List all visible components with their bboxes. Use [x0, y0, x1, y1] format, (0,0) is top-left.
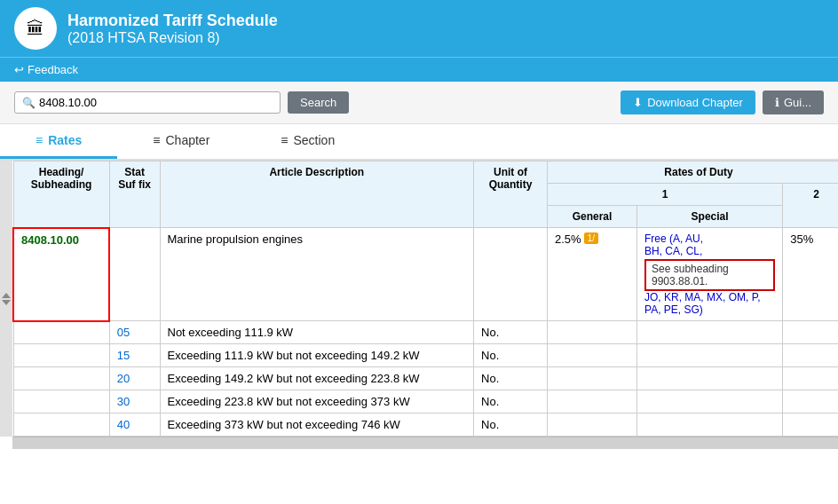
feedback-link[interactable]: ↩ Feedback: [14, 63, 78, 76]
guide-button[interactable]: ℹ Gui...: [763, 91, 824, 114]
col-1-header: 1: [548, 184, 783, 206]
special-cell: [637, 321, 783, 344]
title-line2: (2018 HTSA Revision 8): [67, 30, 278, 46]
logo: 🏛: [14, 7, 57, 50]
special-free: Free (A, AU,: [644, 232, 775, 245]
heading-cell: [13, 367, 109, 390]
stat-cell: 40: [109, 413, 160, 437]
col2-cell: [783, 321, 838, 344]
tab-section[interactable]: ≡ Section: [245, 124, 370, 159]
special-cell: Free (A, AU, BH, CA, CL, See subheading …: [637, 228, 783, 321]
col2-cell: [783, 344, 838, 367]
download-chapter-button[interactable]: ⬇ Download Chapter: [621, 91, 755, 114]
desc-cell: Exceeding 223.8 kW but not exceeding 373…: [160, 390, 474, 413]
unit-cell: No.: [474, 390, 548, 413]
search-button[interactable]: Search: [288, 91, 349, 114]
tab-section-icon: ≡: [281, 133, 288, 147]
stat-cell: 20: [109, 367, 160, 390]
general-value: 2.5%: [555, 232, 581, 246]
general-cell: [548, 321, 637, 344]
desc-cell: Exceeding 149.2 kW but not exceeding 223…: [160, 367, 474, 390]
col2-cell: [783, 367, 838, 390]
search-icon: 🔍: [22, 97, 36, 109]
tab-rates-label: Rates: [48, 133, 82, 147]
stat-cell: [109, 228, 160, 321]
heading-value: 8408.10.00: [21, 233, 79, 247]
special-more: JO, KR, MA, MX, OM, P, PA, PE, SG): [644, 291, 775, 316]
col-unit-header: Unit of Quantity: [474, 161, 548, 228]
search-left: 🔍 Search: [14, 91, 349, 114]
heading-cell: [13, 390, 109, 413]
special-cell: [637, 367, 783, 390]
stat-link[interactable]: 30: [117, 395, 130, 408]
title-line1: Harmonized Tariff Schedule: [67, 12, 278, 30]
heading-cell: [13, 413, 109, 437]
tab-section-label: Section: [293, 133, 335, 147]
col-special-header: Special: [637, 206, 783, 228]
general-cell: 2.5% 1/: [548, 228, 637, 321]
desc-text: Marine propulsion engines: [168, 232, 303, 246]
download-label: Download Chapter: [647, 96, 743, 109]
scroll-up-arrow: [2, 293, 11, 298]
col-rates-header: Rates of Duty: [548, 161, 839, 184]
horizontal-scrollbar[interactable]: [12, 437, 838, 449]
special-cell: [637, 390, 783, 413]
table-row: 8408.10.00 Marine propulsion engines 2.5…: [13, 228, 838, 321]
special-cell: [637, 344, 783, 367]
stat-link[interactable]: 20: [117, 372, 130, 385]
general-cell: [548, 367, 637, 390]
scroll-down-arrow: [2, 300, 11, 305]
desc-cell: Marine propulsion engines: [160, 228, 474, 321]
tariff-table: Heading/ Subheading Stat Suf fix Article…: [12, 161, 838, 437]
search-input-wrapper: 🔍: [14, 91, 281, 114]
col2-cell: 35%: [783, 228, 838, 321]
col-heading-header: Heading/ Subheading: [13, 161, 109, 228]
unit-cell: No.: [474, 413, 548, 437]
unit-cell: No.: [474, 367, 548, 390]
col-desc-header: Article Description: [160, 161, 474, 228]
unit-cell: No.: [474, 321, 548, 344]
tab-chapter[interactable]: ≡ Chapter: [117, 124, 245, 159]
app-header: 🏛 Harmonized Tariff Schedule (2018 HTSA …: [0, 0, 838, 57]
feedback-icon: ↩: [14, 63, 24, 76]
col-stat-header: Stat Suf fix: [109, 161, 160, 228]
stat-cell: 05: [109, 321, 160, 344]
search-input[interactable]: [39, 96, 273, 109]
feedback-bar: ↩ Feedback: [0, 57, 838, 82]
unit-cell: No.: [474, 344, 548, 367]
col-general-header: General: [548, 206, 637, 228]
desc-cell: Exceeding 111.9 kW but not exceeding 149…: [160, 344, 474, 367]
header-title: Harmonized Tariff Schedule (2018 HTSA Re…: [67, 12, 278, 46]
table-row: 05 Not exceeding 111.9 kW No.: [13, 321, 838, 344]
feedback-label: Feedback: [28, 63, 78, 76]
general-cell: [548, 344, 637, 367]
stat-link[interactable]: 40: [117, 418, 130, 431]
stat-cell: 30: [109, 390, 160, 413]
table-row: 40 Exceeding 373 kW but not exceeding 74…: [13, 413, 838, 437]
tab-chapter-label: Chapter: [165, 133, 210, 147]
tab-rates[interactable]: ≡ Rates: [0, 124, 117, 159]
special-content: Free (A, AU, BH, CA, CL, See subheading …: [644, 232, 775, 316]
col2-cell: [783, 390, 838, 413]
tab-bar: ≡ Rates ≡ Chapter ≡ Section: [0, 124, 838, 161]
stat-link[interactable]: 05: [117, 326, 130, 339]
special-countries: BH, CA, CL,: [644, 245, 775, 257]
table-wrapper: Heading/ Subheading Stat Suf fix Article…: [0, 161, 838, 437]
scroll-indicator: [0, 161, 12, 437]
special-cell: [637, 413, 783, 437]
heading-cell: [13, 344, 109, 367]
col-2-header: 2: [783, 184, 838, 228]
stat-cell: 15: [109, 344, 160, 367]
stat-link[interactable]: 15: [117, 349, 130, 362]
desc-cell: Exceeding 373 kW but not exceeding 746 k…: [160, 413, 474, 437]
desc-cell: Not exceeding 111.9 kW: [160, 321, 474, 344]
tab-chapter-icon: ≡: [153, 133, 160, 147]
table-row: 20 Exceeding 149.2 kW but not exceeding …: [13, 367, 838, 390]
download-icon: ⬇: [633, 96, 643, 109]
table-row: 15 Exceeding 111.9 kW but not exceeding …: [13, 344, 838, 367]
general-cell: [548, 390, 637, 413]
col2-cell: [783, 413, 838, 437]
general-cell: [548, 413, 637, 437]
footnote-badge[interactable]: 1/: [584, 232, 598, 244]
search-right: ⬇ Download Chapter ℹ Gui...: [621, 91, 824, 114]
